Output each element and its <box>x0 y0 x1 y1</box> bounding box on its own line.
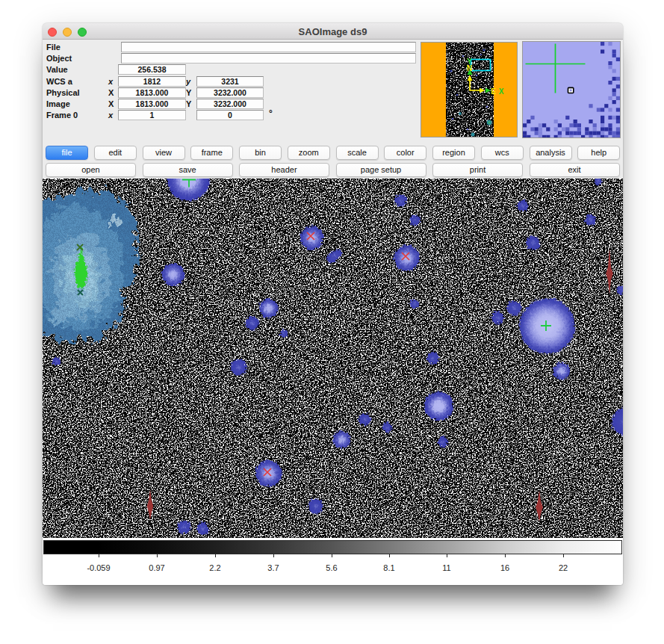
svg-text:X: X <box>499 87 504 96</box>
svg-text:N: N <box>467 64 472 72</box>
svg-text:E: E <box>491 87 496 96</box>
